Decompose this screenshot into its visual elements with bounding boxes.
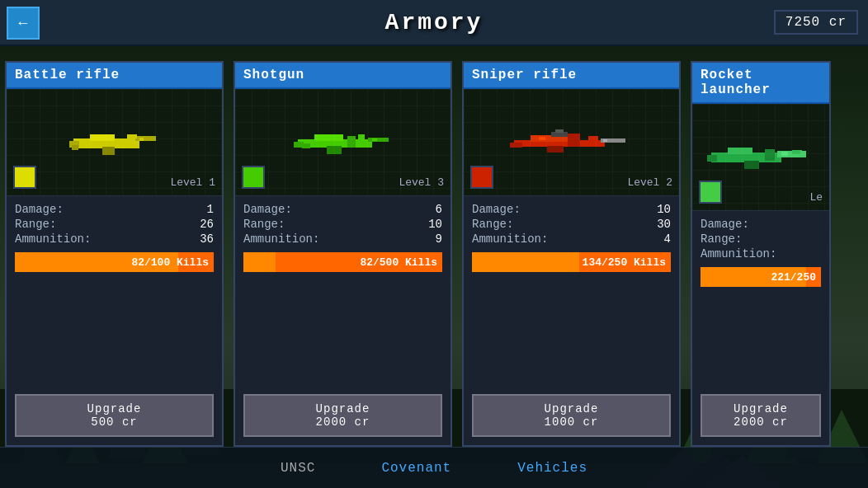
svg-rect-47 [728, 148, 752, 154]
kills-bar-battle-rifle: 82/100 Kills [15, 252, 214, 272]
svg-rect-45 [707, 155, 717, 162]
svg-rect-28 [327, 146, 342, 154]
stat-ammo-shotgun: Ammunition: 9 [243, 232, 442, 246]
svg-rect-51 [800, 151, 805, 154]
svg-rect-22 [139, 138, 144, 141]
svg-rect-43 [555, 129, 564, 133]
weapon-image-shotgun [285, 118, 401, 167]
svg-rect-41 [539, 137, 545, 140]
kills-label-shotgun: 82/500 Kills [243, 256, 442, 269]
credits-display: 7250 cr [774, 10, 858, 35]
stats-shotgun: Damage: 6 Range: 10 Ammunition: 9 82/500… [235, 196, 451, 391]
svg-rect-29 [302, 143, 310, 148]
kills-bar-shotgun: 82/500 Kills [243, 252, 442, 272]
svg-rect-20 [102, 147, 115, 155]
nav-item-unsc[interactable]: UNSC [281, 461, 315, 476]
weapon-image-area-rocket-launcher: Le [692, 104, 829, 211]
svg-rect-42 [551, 132, 568, 137]
weapon-card-shotgun: Shotgun Level 3 Damage: 6 [234, 61, 452, 447]
kills-bar-sniper-rifle: 134/250 Kills [472, 252, 671, 272]
stat-damage-shotgun: Damage: 6 [243, 203, 442, 216]
svg-rect-33 [514, 140, 605, 147]
svg-rect-26 [368, 138, 389, 142]
svg-rect-19 [90, 134, 115, 141]
stat-range-rocket-launcher: Range: [701, 232, 821, 246]
bottom-navigation: UNSC Covenant Vehicles [0, 447, 868, 488]
svg-rect-34 [510, 143, 522, 148]
upgrade-button-sniper-rifle[interactable]: Upgrade 1000 cr [472, 394, 671, 437]
upgrade-button-shotgun[interactable]: Upgrade 2000 cr [243, 394, 442, 437]
svg-rect-23 [127, 134, 137, 138]
color-swatch-rocket-launcher [699, 181, 722, 204]
level-label-shotgun: Level 3 [399, 176, 444, 189]
stat-damage-sniper-rifle: Damage: 10 [472, 203, 671, 216]
weapon-cards-container: Battle rifle Level 1 Damage: 1 R [0, 46, 868, 447]
weapon-card-rocket-launcher: Rocket launcher Le Damage: [691, 61, 831, 447]
svg-rect-21 [72, 145, 78, 150]
weapon-image-area-sniper-rifle: Level 2 [464, 89, 679, 196]
level-label-sniper-rifle: Level 2 [627, 176, 672, 189]
svg-rect-27 [314, 134, 343, 141]
level-label-rocket-launcher: Le [809, 191, 823, 204]
stat-ammo-sniper-rifle: Ammunition: 4 [472, 232, 671, 246]
weapon-name-shotgun: Shotgun [235, 63, 451, 89]
header: ← Armory 7250 cr [0, 0, 868, 46]
back-button[interactable]: ← [7, 7, 40, 40]
svg-rect-37 [547, 146, 564, 152]
nav-item-vehicles[interactable]: Vehicles [517, 461, 587, 476]
stat-damage-rocket-launcher: Damage: [701, 218, 821, 231]
nav-item-covenant[interactable]: Covenant [381, 461, 451, 476]
svg-rect-50 [792, 150, 802, 154]
svg-rect-35 [601, 138, 625, 143]
svg-rect-39 [603, 139, 607, 142]
stats-rocket-launcher: Damage: Range: Ammunition: 221/250 [692, 211, 829, 391]
svg-rect-46 [777, 151, 806, 157]
color-swatch-shotgun [242, 166, 265, 189]
color-swatch-sniper-rifle [470, 166, 493, 189]
stat-range-battle-rifle: Range: 26 [15, 218, 214, 231]
svg-rect-25 [294, 142, 304, 148]
upgrade-button-battle-rifle[interactable]: Upgrade 500 cr [15, 394, 214, 437]
svg-rect-52 [765, 149, 775, 161]
svg-rect-18 [135, 136, 156, 141]
kills-label-rocket-launcher: 221/250 [701, 271, 821, 284]
kills-bar-rocket-launcher: 221/250 [701, 267, 821, 287]
weapon-card-sniper-rifle: Sniper rifle Level 2 Damag [462, 61, 681, 447]
svg-rect-38 [568, 134, 580, 147]
svg-rect-44 [711, 152, 781, 162]
kills-label-battle-rifle: 82/100 Kills [15, 256, 214, 269]
level-label-battle-rifle: Level 1 [170, 176, 215, 189]
svg-rect-30 [372, 138, 377, 141]
stat-range-sniper-rifle: Range: 30 [472, 218, 671, 231]
weapon-image-battle-rifle [57, 118, 172, 167]
kills-label-sniper-rifle: 134/250 Kills [472, 256, 671, 269]
stat-ammo-rocket-launcher: Ammunition: [701, 247, 821, 260]
svg-rect-36 [531, 135, 568, 142]
color-swatch-battle-rifle [13, 166, 36, 189]
svg-rect-32 [358, 134, 365, 139]
weapon-name-rocket-launcher: Rocket launcher [692, 63, 829, 104]
svg-rect-16 [73, 138, 139, 148]
weapon-image-area-shotgun: Level 3 [235, 89, 451, 196]
stats-sniper-rifle: Damage: 10 Range: 30 Ammunition: 4 134/2… [464, 196, 679, 391]
stat-range-shotgun: Range: 10 [243, 218, 442, 231]
weapon-name-sniper-rifle: Sniper rifle [464, 63, 679, 89]
stats-battle-rifle: Damage: 1 Range: 26 Ammunition: 36 82/10… [7, 196, 222, 391]
svg-rect-49 [781, 152, 788, 156]
weapon-card-battle-rifle: Battle rifle Level 1 Damage: 1 R [5, 61, 224, 447]
stat-ammo-battle-rifle: Ammunition: 36 [15, 232, 214, 246]
weapon-image-rocket-launcher [703, 133, 818, 182]
svg-rect-31 [347, 136, 356, 148]
svg-rect-24 [298, 139, 372, 148]
weapon-image-area-battle-rifle: Level 1 [7, 89, 222, 196]
stat-damage-battle-rifle: Damage: 1 [15, 203, 214, 216]
page-title: Armory [385, 10, 484, 35]
weapon-name-battle-rifle: Battle rifle [7, 63, 222, 89]
svg-rect-40 [588, 136, 598, 140]
svg-rect-17 [69, 141, 79, 148]
weapon-image-sniper-rifle [506, 118, 638, 167]
upgrade-button-rocket-launcher[interactable]: Upgrade 2000 cr [701, 394, 821, 437]
svg-rect-48 [744, 161, 759, 169]
